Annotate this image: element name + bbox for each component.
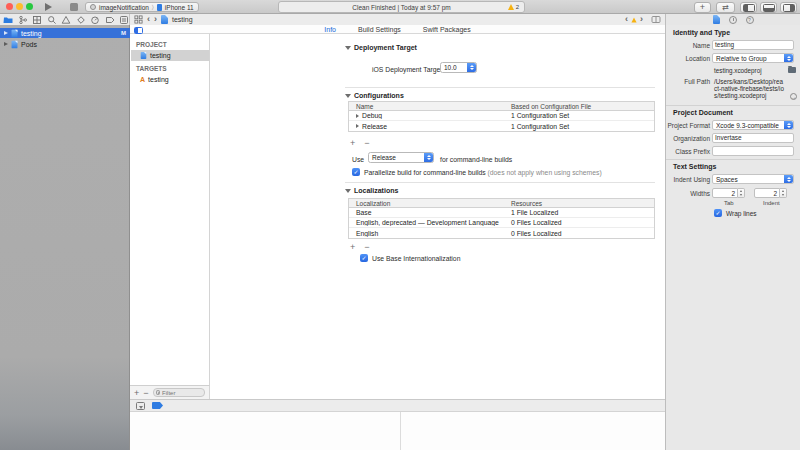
class-prefix-field[interactable]: [712, 146, 794, 156]
xcodeproj-icon: [12, 29, 18, 37]
close-window-button[interactable]: [6, 3, 13, 10]
filter-icon: [156, 390, 161, 395]
minimize-window-button[interactable]: [16, 3, 23, 10]
wrap-lines-checkbox[interactable]: [714, 209, 722, 217]
warning-indicator[interactable]: 2: [508, 4, 519, 10]
toggle-navigator-button[interactable]: [740, 2, 757, 13]
disclosure-down-icon[interactable]: [345, 94, 351, 98]
col-based-on: Based on Configuration File: [511, 103, 654, 110]
target-item-testing[interactable]: A testing: [131, 74, 209, 85]
target-item-label: testing: [148, 76, 169, 83]
issue-navigator-icon[interactable]: [61, 15, 71, 25]
stop-button[interactable]: [70, 3, 78, 11]
add-target-button[interactable]: +: [134, 388, 139, 398]
filter-field[interactable]: [153, 388, 205, 397]
inspector-divider: [666, 159, 800, 160]
xcode-window: imageNotification 〉 iPhone 11 Clean Fini…: [0, 0, 800, 450]
debug-panel-icon: [763, 4, 775, 12]
location-dropdown[interactable]: Relative to Group: [712, 53, 794, 63]
console-divider[interactable]: [400, 412, 401, 450]
symbol-navigator-icon[interactable]: [32, 15, 42, 25]
stepper-arrows-icon[interactable]: [780, 188, 787, 198]
stepper-arrows-icon[interactable]: [738, 188, 745, 198]
localization-row-english[interactable]: English 0 Files Localized: [349, 228, 654, 238]
remove-target-button[interactable]: −: [143, 388, 148, 398]
scheme-name[interactable]: imageNotification: [99, 4, 149, 11]
project-item-testing[interactable]: testing: [131, 50, 209, 61]
run-button[interactable]: [45, 3, 52, 11]
deployment-target-section-header[interactable]: Deployment Target: [345, 44, 417, 51]
add-configuration-button[interactable]: +: [350, 138, 355, 148]
col-resources: Resources: [511, 200, 654, 207]
configuration-row-debug[interactable]: Debug 1 Configuration Set: [349, 111, 654, 121]
related-items-icon[interactable]: [134, 15, 143, 25]
base-internationalization-checkbox[interactable]: [360, 254, 368, 262]
debug-navigator-icon[interactable]: [90, 15, 100, 25]
name-field[interactable]: testing: [712, 40, 794, 50]
add-localization-button[interactable]: +: [350, 242, 355, 252]
tab-swift-packages[interactable]: Swift Packages: [423, 26, 471, 33]
configurations-section-header[interactable]: Configurations: [345, 92, 404, 99]
debug-area: [130, 412, 665, 450]
disclosure-triangle-icon[interactable]: [4, 42, 8, 46]
class-prefix-label: Class Prefix: [666, 148, 710, 155]
destination-name[interactable]: iPhone 11: [165, 4, 194, 11]
remove-localization-button[interactable]: −: [364, 242, 369, 252]
forward-button[interactable]: ›: [154, 15, 157, 24]
project-section-header: PROJECT: [136, 41, 167, 48]
breakpoint-navigator-icon[interactable]: [105, 15, 115, 25]
projects-targets-sidebar-toggle[interactable]: [134, 27, 143, 34]
history-inspector-icon[interactable]: [729, 16, 737, 24]
navigator-item-testing[interactable]: testing M: [0, 28, 130, 38]
disclosure-triangle-icon[interactable]: [356, 124, 359, 128]
previous-issue-button[interactable]: ‹: [625, 15, 628, 24]
disclosure-down-icon[interactable]: [345, 189, 351, 193]
tab-build-settings[interactable]: Build Settings: [358, 26, 401, 33]
remove-configuration-button[interactable]: −: [364, 138, 369, 148]
disclosure-triangle-icon[interactable]: [356, 114, 359, 118]
indent-using-dropdown[interactable]: Spaces: [712, 174, 794, 184]
find-navigator-icon[interactable]: [47, 15, 57, 25]
hide-debug-area-icon[interactable]: [136, 402, 145, 410]
tab-width-stepper[interactable]: 2: [712, 188, 745, 198]
localizations-section-header[interactable]: Localizations: [345, 187, 398, 194]
next-issue-button[interactable]: ›: [640, 15, 643, 24]
xcodeproj-icon: [141, 52, 147, 59]
file-inspector-icon[interactable]: [713, 15, 720, 24]
back-button[interactable]: ‹: [147, 15, 150, 24]
identity-and-type-title: Identity and Type: [673, 29, 730, 36]
scheme-selector[interactable]: imageNotification 〉 iPhone 11: [85, 2, 199, 12]
project-navigator-icon[interactable]: [3, 15, 13, 25]
configuration-row-release[interactable]: Release 1 Configuration Set: [349, 121, 654, 131]
projects-targets-list: PROJECT testing TARGETS A testing: [130, 34, 210, 385]
jump-bar-file[interactable]: testing: [172, 16, 193, 23]
command-line-config-dropdown[interactable]: Release: [368, 152, 434, 163]
navigator-item-label: Pods: [21, 41, 37, 48]
ios-deployment-target-dropdown[interactable]: 10.0: [440, 62, 477, 73]
report-navigator-icon[interactable]: [119, 15, 129, 25]
zoom-window-button[interactable]: [26, 3, 33, 10]
organization-field[interactable]: Invertase: [712, 133, 794, 143]
navigator-item-pods[interactable]: Pods: [0, 39, 130, 49]
test-navigator-icon[interactable]: [76, 15, 86, 25]
breakpoints-toggle-icon[interactable]: [152, 402, 163, 409]
reveal-in-finder-icon[interactable]: [790, 93, 797, 100]
quick-help-inspector-icon[interactable]: [746, 16, 754, 24]
base-internationalization-label: Use Base Internationalization: [372, 255, 460, 262]
disclosure-down-icon[interactable]: [345, 46, 351, 50]
toggle-debug-area-button[interactable]: [760, 2, 777, 13]
filter-input[interactable]: [162, 390, 202, 396]
editor-options-button[interactable]: [716, 2, 735, 13]
localization-row-english-deprecated[interactable]: English, deprecated — Development Langua…: [349, 218, 654, 228]
project-format-dropdown[interactable]: Xcode 9.3-compatible: [712, 120, 794, 130]
parallelize-checkbox[interactable]: [352, 168, 360, 176]
folder-icon[interactable]: [788, 67, 796, 73]
disclosure-triangle-icon[interactable]: [4, 31, 8, 35]
tab-info[interactable]: Info: [324, 26, 336, 33]
localization-row-base[interactable]: Base 1 File Localized: [349, 208, 654, 218]
toggle-inspector-button[interactable]: [780, 2, 797, 13]
indent-width-stepper[interactable]: 2: [754, 188, 787, 198]
editor-layout-icon[interactable]: [651, 15, 661, 25]
library-add-button[interactable]: [694, 2, 711, 13]
source-control-navigator-icon[interactable]: [18, 15, 28, 25]
